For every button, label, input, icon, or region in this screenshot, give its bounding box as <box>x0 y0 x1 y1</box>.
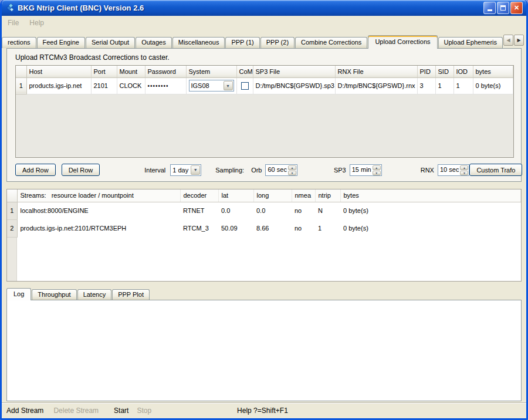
tab-upload-corrections[interactable]: Upload Corrections <box>368 35 437 49</box>
tab-serial-output[interactable]: Serial Output <box>86 37 135 48</box>
cell-nmea[interactable]: no <box>292 219 315 237</box>
app-icon <box>5 4 15 13</box>
status-bar: Add Stream Delete Stream Start Stop Help… <box>2 402 526 418</box>
com-checkbox[interactable] <box>241 82 249 90</box>
row-number: 1 <box>7 202 17 219</box>
spin-down-icon[interactable]: ▼ <box>288 171 296 175</box>
spin-up-icon[interactable]: ▲ <box>288 165 296 170</box>
cell-password[interactable]: •••••••• <box>145 77 186 94</box>
row-number: 2 <box>7 219 17 237</box>
streams-table: Streams: resource loader / mountpoint de… <box>6 189 522 282</box>
tab-scroll-buttons: ◀ ▶ <box>503 35 524 46</box>
tab-log[interactable]: Log <box>6 288 31 300</box>
minimize-button[interactable] <box>483 2 496 14</box>
tab-miscellaneous[interactable]: Miscellaneous <box>172 37 225 48</box>
cell-sp3-file[interactable]: D:/tmp/BNC${GPSWD}.sp3 <box>253 77 335 94</box>
menu-file[interactable]: File <box>8 19 19 27</box>
spin-down-icon[interactable]: ▼ <box>460 171 468 175</box>
interval-combobox[interactable]: 1 day ▼ <box>170 164 201 176</box>
cell-ntrip[interactable]: N <box>315 202 340 219</box>
custom-trafo-button[interactable]: Custom Trafo <box>469 164 522 176</box>
tab-latency[interactable]: Latency <box>77 289 112 300</box>
cell-rnx-file[interactable]: D:/tmp/BNC${GPSWD}.rnx <box>335 77 417 94</box>
cell-nmea[interactable]: no <box>292 202 315 219</box>
window-title: BKG Ntrip Client (BNC) Version 2.6 <box>18 4 483 12</box>
cell-mountpoint[interactable]: products.igs-ip.net:2101/RTCM3EPH <box>17 219 180 237</box>
tab-throughput[interactable]: Throughput <box>32 289 76 300</box>
delete-stream-action: Delete Stream <box>53 407 99 415</box>
tab-combine-corrections[interactable]: Combine Corrections <box>295 37 367 48</box>
chevron-down-icon[interactable]: ▼ <box>191 165 200 175</box>
chevron-down-icon[interactable]: ▼ <box>224 81 233 90</box>
col-host: Host <box>26 66 91 77</box>
sp3-label: SP3 <box>334 167 346 174</box>
col-iod: IOD <box>453 66 473 77</box>
col-mountpoint: Streams: resource loader / mountpoint <box>17 189 180 202</box>
cell-ntrip[interactable]: 1 <box>315 219 340 237</box>
close-icon: ✕ <box>514 5 519 11</box>
cell-lat[interactable]: 0.0 <box>218 202 253 219</box>
add-row-button[interactable]: Add Row <box>15 164 56 176</box>
col-password: Password <box>145 66 186 77</box>
col-lat: lat <box>218 189 253 202</box>
col-bytes: bytes <box>473 66 513 77</box>
add-stream-action[interactable]: Add Stream <box>6 407 43 415</box>
corner-header <box>7 189 17 202</box>
stream-row[interactable]: 1 localhost:8000/ENGINE RTNET 0.0 0.0 no… <box>7 202 521 219</box>
scroll-right-icon: ▶ <box>517 38 520 43</box>
scroll-left-icon: ◀ <box>506 38 510 43</box>
maximize-button[interactable] <box>497 2 509 14</box>
interval-label: Interval <box>144 167 165 174</box>
panel-description: Upload RTCMv3 Broadcast Corrections to c… <box>15 53 170 62</box>
cell-bytes: 0 byte(s) <box>340 219 521 237</box>
cell-host[interactable]: products.igs-ip.net <box>26 77 91 94</box>
del-row-button[interactable]: Del Row <box>62 164 100 176</box>
row-number: 1 <box>16 77 26 94</box>
col-sid: SID <box>435 66 453 77</box>
sampling-label: Sampling: <box>215 167 244 174</box>
tab-upload-ephemeris[interactable]: Upload Ephemeris <box>438 37 503 48</box>
tab-outages[interactable]: Outages <box>136 37 172 48</box>
cell-mount[interactable]: CLOCK <box>117 77 145 94</box>
col-nmea: nmea <box>292 189 315 202</box>
spin-down-icon[interactable]: ▼ <box>373 171 381 175</box>
col-sp3-file: SP3 File <box>253 66 335 77</box>
orb-value: 60 sec <box>266 165 287 175</box>
orb-label: Orb <box>251 167 262 174</box>
cell-mountpoint[interactable]: localhost:8000/ENGINE <box>17 202 180 219</box>
cell-iod[interactable]: 1 <box>453 77 473 94</box>
cell-pid[interactable]: 3 <box>417 77 435 94</box>
help-shortcut-label: Help ?=Shift+F1 <box>237 407 288 415</box>
orb-spinbox[interactable]: 60 sec ▲ ▼ <box>265 164 297 176</box>
tab-ppp-2[interactable]: PPP (2) <box>260 37 295 48</box>
tab-feed-engine[interactable]: Feed Engine <box>37 37 85 48</box>
tab-ppp-plot[interactable]: PPP Plot <box>112 289 150 300</box>
stream-row[interactable]: 2 products.igs-ip.net:2101/RTCM3EPH RTCM… <box>7 219 521 237</box>
cell-long[interactable]: 0.0 <box>253 202 292 219</box>
col-long: long <box>253 189 292 202</box>
cell-lat[interactable]: 50.09 <box>218 219 253 237</box>
tab-scroll-right-button[interactable]: ▶ <box>514 35 524 46</box>
corner-header <box>16 66 26 77</box>
log-output-area[interactable] <box>6 300 522 401</box>
tab-ppp-1[interactable]: PPP (1) <box>225 37 259 48</box>
sp3-spinbox[interactable]: 15 min ▲ ▼ <box>350 164 382 176</box>
start-action[interactable]: Start <box>114 407 128 415</box>
menu-help[interactable]: Help <box>29 19 44 27</box>
col-rnx-file: RNX File <box>335 66 417 77</box>
cell-decoder[interactable]: RTNET <box>180 202 218 219</box>
close-button[interactable]: ✕ <box>510 2 523 14</box>
rnx-spinbox[interactable]: 10 sec ▲ ▼ <box>438 164 469 176</box>
spin-up-icon[interactable]: ▲ <box>373 165 381 170</box>
tab-corrections[interactable]: rections <box>2 37 36 48</box>
interval-value: 1 day <box>171 167 190 174</box>
cell-bytes: 0 byte(s) <box>340 202 521 219</box>
cell-sid[interactable]: 1 <box>435 77 453 94</box>
spin-up-icon[interactable]: ▲ <box>460 165 468 170</box>
cell-long[interactable]: 8.66 <box>253 219 292 237</box>
cell-decoder[interactable]: RTCM_3 <box>180 219 218 237</box>
tab-scroll-left-button[interactable]: ◀ <box>503 35 513 46</box>
upload-table-header-row: Host Port Mount Password System CoM SP3 … <box>16 66 513 77</box>
system-combobox[interactable]: IGS08 ▼ <box>189 80 234 92</box>
cell-port[interactable]: 2101 <box>91 77 117 94</box>
